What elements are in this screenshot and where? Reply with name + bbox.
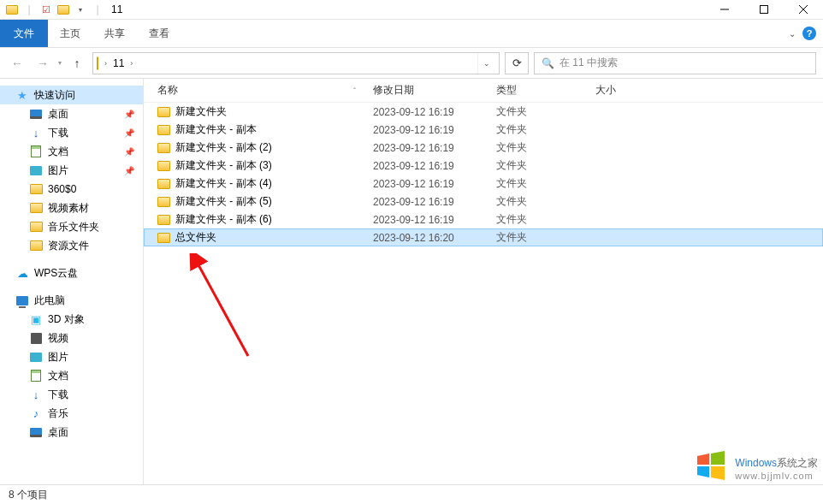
history-dropdown-icon[interactable]: ▾	[58, 59, 62, 67]
sidebar-item-label: WPS云盘	[34, 266, 78, 281]
table-row[interactable]: 新建文件夹 - 副本 (4)2023-09-12 16:19文件夹	[144, 175, 823, 193]
close-button[interactable]	[784, 0, 823, 20]
folder-icon	[157, 107, 170, 117]
sidebar-item-desktop[interactable]: 桌面📌	[0, 104, 143, 123]
refresh-button[interactable]: ⟳	[505, 52, 529, 74]
file-date: 2023-09-12 16:19	[373, 214, 496, 226]
breadcrumb-segment[interactable]: 11	[110, 57, 127, 69]
svg-marker-7	[711, 451, 725, 465]
back-button[interactable]: ←	[7, 53, 27, 74]
folder-icon	[29, 182, 43, 196]
sidebar-item-pictures[interactable]: 图片📌	[0, 161, 143, 180]
sidebar-item-folder[interactable]: 视频素材	[0, 199, 143, 217]
forward-button[interactable]: →	[33, 53, 53, 74]
folder-icon	[29, 201, 43, 215]
search-placeholder: 在 11 中搜索	[560, 56, 618, 70]
table-row[interactable]: 新建文件夹 - 副本2023-09-12 16:19文件夹	[144, 121, 823, 139]
desktop-icon	[29, 107, 43, 121]
maximize-button[interactable]	[744, 0, 784, 20]
help-icon[interactable]: ?	[802, 27, 816, 40]
qat-separator: |	[22, 3, 36, 16]
sidebar-item-label: 此电脑	[34, 294, 65, 308]
folder-icon	[5, 3, 19, 16]
column-header-size[interactable]: 大小	[595, 83, 664, 98]
folder-icon	[157, 233, 170, 243]
chevron-right-icon[interactable]: ›	[102, 59, 110, 68]
pin-icon: 📌	[124, 110, 134, 119]
pc-icon	[15, 294, 29, 307]
table-row[interactable]: 新建文件夹 - 副本 (2)2023-09-12 16:19文件夹	[144, 139, 823, 157]
table-row[interactable]: 新建文件夹 - 副本 (6)2023-09-12 16:19文件夹	[144, 210, 823, 228]
sidebar-item-label: 图片	[48, 350, 68, 365]
file-name: 新建文件夹 - 副本 (5)	[175, 194, 272, 209]
video-icon	[29, 331, 43, 345]
sort-indicator-icon: ˆ	[353, 86, 356, 95]
address-dropdown-icon[interactable]: ⌄	[477, 53, 495, 74]
properties-icon[interactable]: ☑	[39, 3, 53, 16]
file-name: 新建文件夹 - 副本 (2)	[175, 140, 272, 155]
sidebar-item-documents[interactable]: 文档📌	[0, 142, 143, 161]
chevron-right-icon[interactable]: ›	[127, 59, 135, 68]
download-icon: ↓	[29, 126, 43, 139]
pin-icon: 📌	[124, 166, 134, 175]
sidebar-item-label: 文档	[48, 369, 68, 383]
folder-icon	[157, 125, 170, 135]
sidebar-item-folder[interactable]: 360$0	[0, 180, 143, 199]
file-name: 新建文件夹 - 副本 (3)	[175, 158, 272, 173]
table-row[interactable]: 新建文件夹 - 副本 (5)2023-09-12 16:19文件夹	[144, 193, 823, 210]
qat-dropdown-icon[interactable]: ▾	[74, 3, 87, 16]
sidebar-item-downloads[interactable]: ↓下载📌	[0, 123, 143, 142]
sidebar-item-3d[interactable]: ▣3D 对象	[0, 310, 143, 329]
tab-view[interactable]: 查看	[137, 20, 181, 47]
folder-icon	[157, 143, 170, 153]
sidebar-item-documents[interactable]: 文档	[0, 366, 143, 385]
sidebar-item-label: 下载	[48, 388, 68, 402]
sidebar-quick-access[interactable]: ★ 快速访问	[0, 86, 143, 104]
search-input[interactable]: 🔍 在 11 中搜索	[534, 52, 816, 74]
sidebar-item-desktop[interactable]: 桌面	[0, 423, 143, 442]
sidebar-item-folder[interactable]: 资源文件	[0, 236, 143, 255]
column-header-date[interactable]: 修改日期	[373, 83, 496, 98]
sidebar-this-pc[interactable]: 此电脑	[0, 291, 143, 310]
sidebar-wps-cloud[interactable]: ☁WPS云盘	[0, 264, 143, 282]
sidebar: ★ 快速访问 桌面📌 ↓下载📌 文档📌 图片📌 360$0 视频素材 音乐文件夹…	[0, 79, 144, 484]
folder-icon	[29, 239, 43, 252]
minimize-button[interactable]	[705, 0, 744, 20]
folder-icon	[56, 3, 70, 16]
sidebar-item-label: 快速访问	[34, 88, 75, 103]
up-button[interactable]: ↑	[67, 53, 87, 74]
documents-icon	[29, 145, 43, 158]
titlebar: | ☑ ▾ | 11	[0, 0, 823, 20]
sidebar-item-label: 资源文件	[48, 239, 89, 253]
desktop-icon	[29, 425, 43, 439]
sidebar-item-music[interactable]: ♪音乐	[0, 404, 143, 423]
file-date: 2023-09-12 16:19	[373, 106, 496, 118]
column-header-type[interactable]: 类型	[496, 83, 595, 98]
column-header-name[interactable]: 名称ˆ	[157, 83, 373, 98]
sidebar-item-videos[interactable]: 视频	[0, 329, 143, 347]
file-type: 文件夹	[496, 194, 595, 209]
ribbon-expand-icon[interactable]: ⌄	[789, 29, 796, 39]
sidebar-item-label: 桌面	[48, 425, 68, 440]
file-date: 2023-09-12 16:19	[373, 178, 496, 190]
sidebar-item-pictures[interactable]: 图片	[0, 347, 143, 366]
table-row[interactable]: 新建文件夹 - 副本 (3)2023-09-12 16:19文件夹	[144, 157, 823, 175]
file-list: 名称ˆ 修改日期 类型 大小 新建文件夹2023-09-12 16:19文件夹新…	[144, 79, 823, 484]
file-type: 文件夹	[496, 122, 595, 137]
pin-icon: 📌	[124, 147, 134, 157]
file-type: 文件夹	[496, 212, 595, 227]
folder-icon	[29, 220, 43, 234]
svg-marker-8	[697, 466, 709, 477]
tab-share[interactable]: 共享	[92, 20, 137, 47]
pictures-icon	[29, 163, 43, 177]
folder-icon	[157, 197, 170, 207]
address-bar[interactable]: › 11 › ⌄	[92, 52, 500, 74]
table-row[interactable]: 总文件夹2023-09-12 16:20文件夹	[144, 228, 823, 246]
sidebar-item-downloads[interactable]: ↓下载	[0, 385, 143, 404]
download-icon: ↓	[29, 388, 43, 401]
sidebar-item-folder[interactable]: 音乐文件夹	[0, 217, 143, 236]
documents-icon	[29, 369, 43, 382]
table-row[interactable]: 新建文件夹2023-09-12 16:19文件夹	[144, 103, 823, 121]
tab-file[interactable]: 文件	[0, 20, 48, 47]
tab-home[interactable]: 主页	[48, 20, 92, 47]
